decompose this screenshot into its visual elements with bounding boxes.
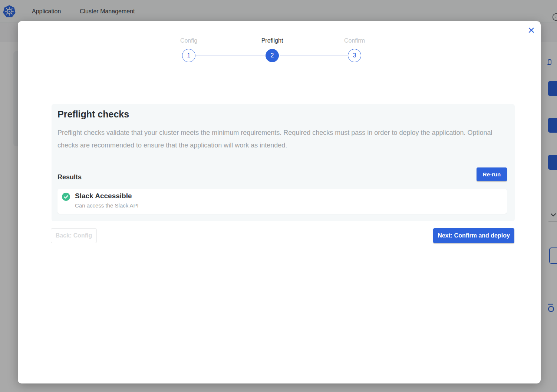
deploy-wizard-modal: × Config 1 Preflight 2 Confirm 3 Preflig… bbox=[18, 21, 541, 383]
check-pass-icon bbox=[62, 193, 70, 201]
step-circle-preflight: 2 bbox=[266, 49, 279, 62]
panel-title: Preflight checks bbox=[57, 109, 129, 120]
step-circle-confirm: 3 bbox=[348, 49, 361, 62]
check-result-row: Slack Accessible Can access the Slack AP… bbox=[57, 189, 507, 214]
step-circle-config: 1 bbox=[182, 49, 195, 62]
next-button[interactable]: Next: Confirm and deploy bbox=[433, 228, 514, 243]
preflight-panel: Preflight checks Preflight checks valida… bbox=[52, 104, 515, 221]
panel-description: Preflight checks validate that your clus… bbox=[57, 126, 499, 152]
stepper-connector bbox=[196, 55, 265, 56]
step-label-preflight: Preflight bbox=[261, 37, 283, 44]
step-label-confirm: Confirm bbox=[344, 37, 365, 44]
check-name: Slack Accessible bbox=[75, 192, 132, 200]
app-page: Application Cluster Management × bbox=[0, 0, 557, 392]
check-detail: Can access the Slack API bbox=[75, 202, 139, 209]
rerun-button[interactable]: Re-run bbox=[477, 167, 507, 181]
step-label-config: Config bbox=[180, 37, 197, 44]
results-heading: Results bbox=[57, 173, 82, 181]
stepper-connector bbox=[280, 55, 348, 56]
back-button[interactable]: Back: Config bbox=[51, 228, 97, 243]
stepper: Config 1 Preflight 2 Confirm 3 bbox=[18, 21, 541, 73]
